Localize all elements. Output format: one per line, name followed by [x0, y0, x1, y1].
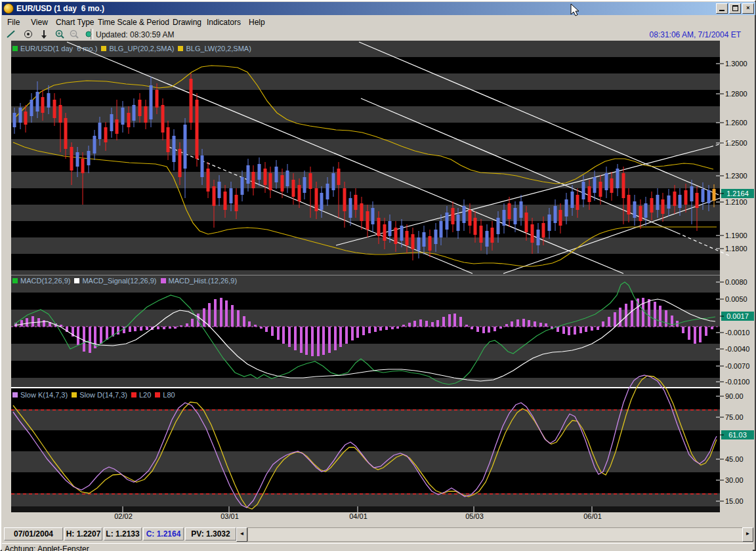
- chart-canvas[interactable]: [2, 41, 753, 526]
- menu-item-help[interactable]: Help: [249, 16, 265, 28]
- updated-label: Updated: 08:30:59 AM: [96, 30, 174, 39]
- status-cell: H: 1.2207: [64, 527, 102, 541]
- trend-line: [336, 147, 710, 245]
- trend-line: [503, 198, 720, 274]
- marker-tool-icon[interactable]: [82, 29, 95, 39]
- window-title: EUR/USD (1 day 6 mo.): [16, 4, 104, 13]
- applet-warning-label: Achtung: Applet-Fenster: [5, 544, 89, 551]
- line-tool-icon[interactable]: [5, 29, 18, 39]
- menu-item-file[interactable]: File: [7, 16, 20, 28]
- menu-item-drawing[interactable]: Drawing: [173, 16, 201, 28]
- close-button[interactable]: ×: [742, 3, 754, 14]
- zoom-out-tool-icon[interactable]: [68, 29, 81, 39]
- status-cell: 07/01/2004: [4, 527, 63, 541]
- status-cell: C: 1.2164: [143, 527, 184, 541]
- scrollbar-right-arrow[interactable]: ►: [742, 527, 753, 542]
- status-cell: PV: 1.3032: [185, 527, 236, 541]
- status-bar: 07/01/2004H: 1.2207L: 1.2133C: 1.2164PV:…: [2, 526, 753, 543]
- minimize-button[interactable]: [716, 3, 728, 14]
- crosshair-tool-icon[interactable]: [22, 29, 35, 39]
- menu-item-time-scale-period[interactable]: Time Scale & Period: [98, 16, 169, 28]
- arrow-down-tool-icon[interactable]: [37, 29, 51, 39]
- scrollbar-left-arrow[interactable]: ◄: [236, 527, 247, 542]
- menu-item-view[interactable]: View: [31, 16, 48, 28]
- restore-button[interactable]: [729, 3, 741, 14]
- applet-status-row: Achtung: Applet-Fenster: [2, 543, 753, 551]
- status-cell: L: 1.2133: [104, 527, 142, 541]
- app-window: EUR/USD (1 day 6 mo.) × FileViewChart Ty…: [0, 0, 756, 551]
- trend-line: [67, 42, 623, 274]
- chart-area: EUR/USD(1 day 6 mo.)BLG_UP(20,2,SMA)BLG_…: [2, 41, 753, 526]
- menu-item-chart-type[interactable]: Chart Type: [56, 16, 94, 28]
- app-icon: [3, 3, 14, 14]
- zoom-in-tool-icon[interactable]: [53, 29, 66, 39]
- trend-line: [677, 233, 730, 256]
- trend-line: [359, 42, 719, 195]
- clock-label: 08:31:06 AM, 7/1/2004 ET: [650, 30, 741, 39]
- toolbar: Updated: 08:30:59 AM 08:31:06 AM, 7/1/20…: [2, 28, 753, 41]
- menu-bar: FileViewChart TypeTime Scale & PeriodDra…: [2, 15, 753, 28]
- menu-item-indicators[interactable]: Indicators: [207, 16, 241, 28]
- toolbar-separator: [91, 29, 93, 39]
- title-bar[interactable]: EUR/USD (1 day 6 mo.) ×: [2, 2, 755, 15]
- scrollbar-track[interactable]: [247, 527, 746, 542]
